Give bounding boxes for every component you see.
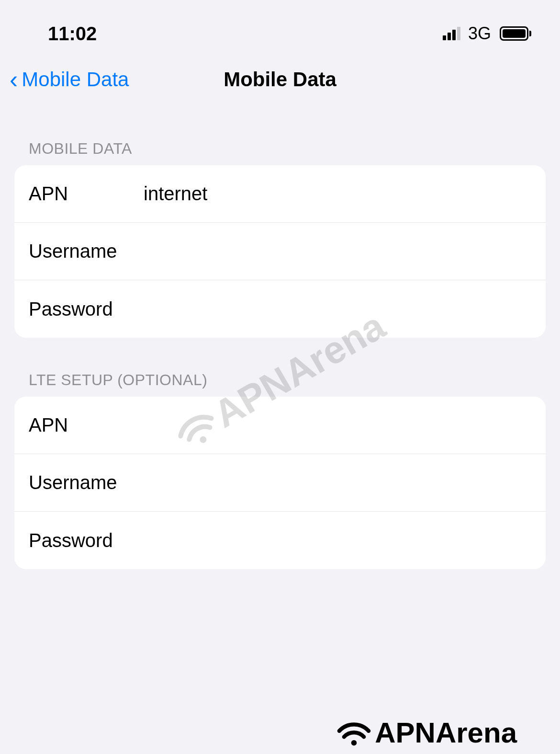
lte-username-input[interactable] xyxy=(144,472,531,493)
back-button[interactable]: ‹ Mobile Data xyxy=(10,67,129,92)
field-label: Password xyxy=(29,530,144,551)
apn-input[interactable] xyxy=(144,183,531,205)
svg-point-1 xyxy=(351,740,357,745)
lte-apn-input[interactable] xyxy=(144,414,531,436)
content: MOBILE DATA APN Username Password LTE SE… xyxy=(0,111,560,569)
field-label: Password xyxy=(29,298,144,320)
network-type: 3G xyxy=(468,23,491,44)
chevron-left-icon: ‹ xyxy=(10,67,18,92)
field-row-lte-password[interactable]: Password xyxy=(14,512,546,569)
status-time: 11:02 xyxy=(48,23,97,45)
field-label: Username xyxy=(29,240,144,262)
wifi-icon xyxy=(336,719,372,747)
section-lte: APN Username Password xyxy=(14,397,546,569)
back-label: Mobile Data xyxy=(22,68,129,91)
watermark-bottom: APNArena xyxy=(336,716,517,749)
field-label: Username xyxy=(29,472,144,493)
battery-icon xyxy=(500,26,531,41)
password-input[interactable] xyxy=(144,298,531,320)
status-right: 3G xyxy=(443,23,531,44)
field-row-lte-username[interactable]: Username xyxy=(14,454,546,512)
field-row-lte-apn[interactable]: APN xyxy=(14,397,546,454)
field-row-apn[interactable]: APN xyxy=(14,165,546,223)
username-input[interactable] xyxy=(144,240,531,262)
lte-password-input[interactable] xyxy=(144,530,531,551)
status-bar: 11:02 3G xyxy=(0,0,560,53)
field-row-password[interactable]: Password xyxy=(14,280,546,338)
section-header-mobile-data: MOBILE DATA xyxy=(14,140,546,165)
section-header-lte: LTE SETUP (OPTIONAL) xyxy=(14,371,546,397)
field-label: APN xyxy=(29,183,144,205)
field-row-username[interactable]: Username xyxy=(14,223,546,280)
field-label: APN xyxy=(29,414,144,436)
watermark-text: APNArena xyxy=(375,716,517,749)
nav-bar: ‹ Mobile Data Mobile Data xyxy=(0,53,560,111)
signal-icon xyxy=(443,27,460,40)
page-title: Mobile Data xyxy=(224,68,336,91)
section-mobile-data: APN Username Password xyxy=(14,165,546,338)
